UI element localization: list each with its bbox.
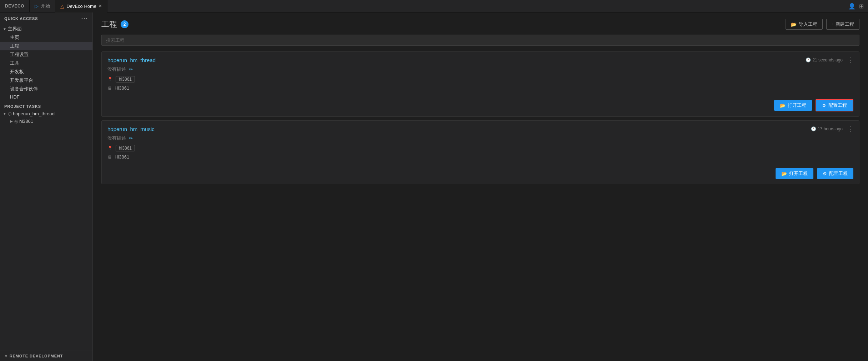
tab-start-label: 开始: [41, 3, 50, 9]
project-tasks-root-label: hoperun_hm_thread: [13, 111, 55, 116]
project-thread-tags-row: 📍 hi3861: [102, 76, 859, 85]
sidebar-item-devboard-platform[interactable]: 开发板平台: [0, 76, 92, 85]
sidebar-device-partner-label: 设备合作伙伴: [10, 86, 38, 92]
project-thread-description: 没有描述: [107, 66, 126, 72]
project-count-badge: 2: [121, 20, 128, 28]
project-tasks-group: ▼ ⬡ hoperun_hm_thread ▶ ◎ hi3861: [0, 110, 92, 125]
search-bar: [101, 35, 859, 46]
content-title-row: 工程 2: [101, 19, 128, 30]
start-tab-icon: ▷: [35, 3, 39, 9]
project-thread-config-label: 配置工程: [828, 102, 847, 109]
sidebar-item-project-settings[interactable]: 工程设置: [0, 50, 92, 59]
top-right-actions: 👤 ⊞: [848, 3, 868, 10]
user-icon[interactable]: 👤: [848, 3, 856, 10]
main-layout: QUICK ACCESS ··· ▼ 主界面 主页 工程 工程设置 工具 开发板: [0, 12, 868, 361]
project-tasks-root[interactable]: ▼ ⬡ hoperun_hm_thread: [0, 110, 92, 117]
content-area: 工程 2 📂 导入工程 + 新建工程 hoperun_hm_t: [93, 12, 868, 361]
main-menu-chevron: ▼: [3, 27, 6, 31]
project-music-config-button[interactable]: ⚙ 配置工程: [817, 168, 853, 179]
project-card-thread: hoperun_hm_thread 🕐 21 seconds ago ⋮ 没有描…: [101, 51, 859, 117]
main-menu-group-header[interactable]: ▼ 主界面: [0, 25, 92, 33]
project-music-tag: hi3861: [116, 145, 135, 151]
project-music-time-label: 17 hours ago: [818, 126, 843, 131]
new-project-button[interactable]: + 新建工程: [826, 19, 859, 30]
content-title: 工程: [101, 19, 117, 30]
project-tasks-child-label: hi3861: [19, 119, 33, 124]
project-tasks-label: PROJECT TASKS: [0, 101, 92, 110]
project-thread-board: Hi3861: [115, 85, 129, 91]
project-thread-time: 🕐 21 seconds ago: [806, 57, 843, 62]
project-card-thread-header: hoperun_hm_thread 🕐 21 seconds ago ⋮: [102, 52, 859, 66]
open-folder-icon: 📂: [780, 103, 786, 108]
location-icon-music: 📍: [107, 146, 113, 151]
project-thread-more[interactable]: ⋮: [847, 57, 853, 63]
project-music-config-label: 配置工程: [829, 170, 848, 177]
project-thread-open-button[interactable]: 📂 打开工程: [774, 100, 812, 111]
board-icon-music: 🖥: [107, 155, 112, 160]
sidebar-item-devboard[interactable]: 开发板: [0, 67, 92, 76]
main-menu-label: 主界面: [8, 26, 22, 32]
clock-icon: 🕐: [806, 57, 811, 62]
project-thread-name[interactable]: hoperun_hm_thread: [107, 57, 156, 63]
open-folder-icon-music: 📂: [781, 171, 787, 176]
sidebar-tools-label: 工具: [10, 60, 19, 66]
project-music-edit-icon[interactable]: ✏: [129, 136, 133, 141]
sidebar-item-home[interactable]: 主页: [0, 33, 92, 42]
project-tasks-child[interactable]: ▶ ◎ hi3861: [0, 117, 92, 125]
project-tasks-chevron: ▼: [3, 112, 6, 116]
sidebar: QUICK ACCESS ··· ▼ 主界面 主页 工程 工程设置 工具 开发板: [0, 12, 93, 361]
project-thread-config-button[interactable]: ⚙ 配置工程: [816, 99, 853, 111]
project-thread-edit-icon[interactable]: ✏: [129, 67, 133, 72]
board-icon: 🖥: [107, 86, 112, 91]
remote-dev-section: ▼ REMOTE DEVELOPMENT: [0, 351, 92, 361]
import-button-label: 导入工程: [799, 21, 817, 27]
project-music-board-row: 🖥 Hi3861: [102, 154, 859, 165]
sidebar-devboard-label: 开发板: [10, 69, 24, 75]
sidebar-hdf-label: HDF: [10, 94, 20, 100]
config-gear-icon: ⚙: [822, 103, 826, 108]
project-thread-open-label: 打开工程: [788, 102, 806, 109]
project-tasks-child-icon: ◎: [14, 119, 18, 124]
import-project-button[interactable]: 📂 导入工程: [786, 19, 823, 30]
tab-home-close[interactable]: ✕: [99, 4, 102, 9]
sidebar-projects-label: 工程: [10, 43, 19, 49]
projects-list: hoperun_hm_thread 🕐 21 seconds ago ⋮ 没有描…: [93, 51, 868, 361]
sidebar-item-device-partner[interactable]: 设备合作伙伴: [0, 85, 92, 93]
project-music-name[interactable]: hoperun_hm_music: [107, 126, 155, 132]
clock-icon-music: 🕐: [811, 126, 816, 131]
home-tab-icon: △: [60, 3, 64, 9]
config-gear-icon-music: ⚙: [823, 171, 827, 176]
project-card-music: hoperun_hm_music 🕐 17 hours ago ⋮ 没有描述 ✏…: [101, 120, 859, 184]
project-music-time: 🕐 17 hours ago: [811, 126, 843, 131]
sidebar-more-icon[interactable]: ···: [81, 15, 88, 22]
layout-icon[interactable]: ⊞: [859, 3, 864, 10]
tab-home[interactable]: △ DevEco Home ✕: [55, 0, 107, 12]
project-thread-tag: hi3861: [116, 76, 135, 82]
app-title: DEVECO: [0, 0, 30, 12]
project-music-board: Hi3861: [115, 154, 129, 160]
project-music-tags-row: 📍 hi3861: [102, 145, 859, 154]
sidebar-home-label: 主页: [10, 34, 19, 41]
new-button-label: + 新建工程: [832, 21, 854, 27]
project-music-desc-row: 没有描述 ✏: [102, 135, 859, 145]
project-thread-board-row: 🖥 Hi3861: [102, 85, 859, 96]
project-tasks-folder-icon: ⬡: [8, 111, 11, 116]
tab-start[interactable]: ▷ 开始: [30, 0, 55, 12]
header-actions: 📂 导入工程 + 新建工程: [786, 19, 859, 30]
project-music-more[interactable]: ⋮: [847, 126, 853, 132]
sidebar-item-projects[interactable]: 工程: [0, 42, 92, 50]
quick-access-header: QUICK ACCESS ···: [0, 12, 92, 25]
project-card-music-header: hoperun_hm_music 🕐 17 hours ago ⋮: [102, 121, 859, 135]
tab-home-label: DevEco Home: [66, 4, 96, 9]
location-icon: 📍: [107, 77, 113, 82]
remote-dev-chevron: ▼: [4, 354, 8, 358]
main-menu-group: ▼ 主界面 主页 工程 工程设置 工具 开发板 开发板平台 设备合作伙伴: [0, 25, 92, 101]
project-tasks-child-chevron: ▶: [10, 119, 13, 123]
quick-access-label: QUICK ACCESS: [4, 16, 38, 21]
search-input[interactable]: [101, 35, 859, 46]
project-thread-desc-row: 没有描述 ✏: [102, 66, 859, 76]
import-folder-icon: 📂: [791, 22, 797, 27]
sidebar-item-hdf[interactable]: HDF: [0, 93, 92, 101]
project-music-open-button[interactable]: 📂 打开工程: [776, 168, 813, 179]
sidebar-item-tools[interactable]: 工具: [0, 59, 92, 67]
